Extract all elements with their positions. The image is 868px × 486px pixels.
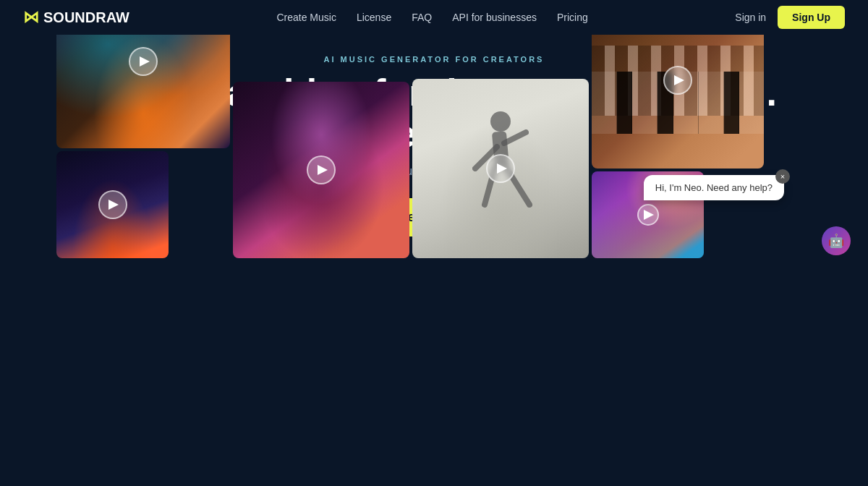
grid-col-right bbox=[592, 35, 764, 258]
hero-section: AI MUSIC GENERATOR FOR CREATORS Stop sea… bbox=[0, 35, 868, 258]
nav-right: Sign in Sign Up bbox=[735, 6, 845, 29]
svg-line-3 bbox=[504, 132, 526, 143]
nav-create-music[interactable]: Create Music bbox=[276, 12, 336, 23]
nav-api[interactable]: API for businesses bbox=[452, 12, 537, 23]
play-city[interactable] bbox=[98, 190, 127, 219]
nav-faq[interactable]: FAQ bbox=[412, 12, 432, 23]
card-concert bbox=[56, 35, 230, 148]
grid-col-center bbox=[412, 79, 589, 258]
chat-bubble: × Hi, I'm Neo. Need any help? bbox=[644, 175, 784, 200]
chat-message: Hi, I'm Neo. Need any help? bbox=[655, 182, 773, 193]
grid-col-center-left bbox=[233, 82, 409, 258]
card-dancer bbox=[412, 79, 589, 258]
sign-up-button[interactable]: Sign Up bbox=[778, 6, 845, 29]
card-disco bbox=[233, 82, 409, 258]
image-grid bbox=[0, 35, 868, 258]
nav-links: Create Music License FAQ API for busines… bbox=[276, 11, 587, 24]
navbar: ⋈ SOUNDRAW Create Music License FAQ API … bbox=[0, 0, 868, 35]
play-palm[interactable] bbox=[637, 204, 659, 226]
play-piano[interactable] bbox=[663, 66, 692, 95]
logo-icon: ⋈ bbox=[23, 8, 39, 27]
logo-text: SOUNDRAW bbox=[43, 9, 129, 26]
nav-pricing[interactable]: Pricing bbox=[557, 12, 588, 23]
card-city bbox=[56, 151, 169, 258]
svg-point-0 bbox=[490, 111, 511, 132]
sign-in-link[interactable]: Sign in bbox=[735, 12, 766, 23]
play-disco[interactable] bbox=[307, 155, 336, 184]
neo-avatar-icon: 🤖 bbox=[828, 233, 844, 249]
nav-license[interactable]: License bbox=[357, 12, 391, 23]
grid-col-left bbox=[56, 35, 230, 258]
play-dancer[interactable] bbox=[486, 154, 515, 183]
logo[interactable]: ⋈ SOUNDRAW bbox=[23, 8, 129, 27]
card-piano bbox=[592, 35, 764, 169]
play-concert[interactable] bbox=[129, 47, 158, 76]
